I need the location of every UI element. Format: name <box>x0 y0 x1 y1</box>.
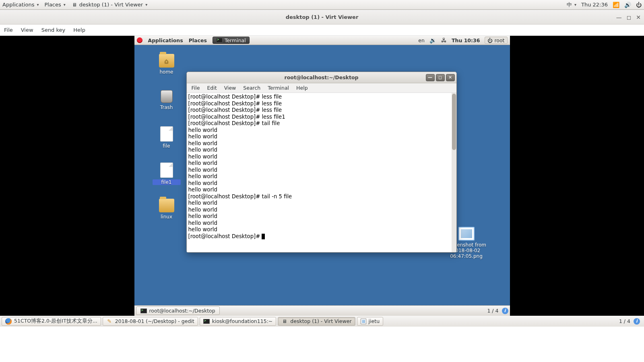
terminal-menu-file[interactable]: File <box>192 85 200 91</box>
guest-user-menu[interactable]: ⏻ root <box>485 37 507 44</box>
guest-network-icon[interactable]: 🖧 <box>441 37 447 43</box>
terminal-menu-help[interactable]: Help <box>296 85 308 91</box>
host-task-jietu[interactable]: jietu <box>357 317 383 326</box>
scrollbar-thumb[interactable] <box>452 94 456 150</box>
vm-stage: Applications Places Terminal en 🔉 🖧 Thu … <box>0 36 644 316</box>
host-workspace-indicator[interactable]: 1 / 4 <box>619 318 630 324</box>
volume-icon[interactable]: 🔊 <box>624 2 631 8</box>
terminal-menubar: File Edit View Search Terminal Help <box>187 83 456 93</box>
terminal-icon <box>140 309 147 313</box>
folder-icon <box>159 199 174 212</box>
window-minimize-button[interactable]: — <box>616 14 622 21</box>
monitor-icon: 🖥 <box>71 2 78 8</box>
host-places-menu[interactable]: Places <box>44 2 65 8</box>
terminal-title: root@localhost:~/Desktop <box>285 74 359 80</box>
document-icon <box>160 162 173 178</box>
host-task-virtviewer[interactable]: 🖥 desktop (1) - Virt Viewer <box>278 317 355 326</box>
firefox-icon <box>5 318 12 325</box>
host-top-panel: Applications Places 🖥 desktop (1) - Virt… <box>0 0 644 10</box>
desktop-icon-trash[interactable]: Trash <box>153 90 181 110</box>
redhat-icon <box>137 37 142 43</box>
window-close-button[interactable]: ✕ <box>636 14 641 21</box>
desktop-icon-home[interactable]: home <box>153 54 181 75</box>
terminal-output: [root@localhost Desktop]# less file [roo… <box>187 93 456 241</box>
terminal-window[interactable]: root@localhost:~/Desktop — ◻ ✕ File Edit… <box>186 72 457 253</box>
guest-taskbar-terminal[interactable]: Terminal <box>213 37 250 44</box>
host-task-terminal[interactable]: kiosk@foundation115:~ <box>200 317 277 326</box>
window-maximize-button[interactable]: ◻ <box>627 14 632 21</box>
virt-menu-file[interactable]: File <box>4 27 13 33</box>
host-task-browser[interactable]: 51CTO博客2.0-原创IT技术文章分... <box>2 317 101 326</box>
desktop-icon-linux[interactable]: linux <box>153 199 181 220</box>
virt-menu-sendkey[interactable]: Send key <box>41 27 66 33</box>
power-small-icon: ⏻ <box>487 37 493 43</box>
terminal-body[interactable]: [root@localhost Desktop]# less file [roo… <box>187 93 456 252</box>
monitor-icon: 🖥 <box>281 318 288 325</box>
virt-viewer-window: desktop (1) - Virt Viewer — ◻ ✕ File Vie… <box>0 10 644 315</box>
terminal-minimize-button[interactable]: — <box>426 74 435 81</box>
terminal-icon <box>216 38 223 43</box>
desktop-icon-file1[interactable]: file1 <box>153 162 181 185</box>
host-bottom-panel: 51CTO博客2.0-原创IT技术文章分... 2018-08-01 (~/De… <box>0 315 644 327</box>
document-icon <box>160 126 173 142</box>
desktop-icon-file[interactable]: file <box>153 126 181 149</box>
guest-volume-icon[interactable]: 🔉 <box>429 37 436 43</box>
terminal-menu-view[interactable]: View <box>224 85 236 91</box>
ime-indicator[interactable]: 中 <box>567 1 576 8</box>
terminal-menu-search[interactable]: Search <box>243 85 260 91</box>
vm-screen[interactable]: Applications Places Terminal en 🔉 🖧 Thu … <box>134 36 510 316</box>
terminal-menu-terminal[interactable]: Terminal <box>268 85 289 91</box>
host-clock[interactable]: Thu 22:36 <box>581 2 608 8</box>
power-icon[interactable]: ⏻ <box>636 2 642 8</box>
virt-menu-help[interactable]: Help <box>73 27 85 33</box>
image-icon <box>361 319 366 324</box>
guest-lang-indicator[interactable]: en <box>418 37 425 43</box>
guest-applications-menu[interactable]: Applications <box>148 37 183 43</box>
guest-clock[interactable]: Thu 10:36 <box>452 37 480 43</box>
gedit-icon <box>106 318 113 325</box>
host-notification-icon[interactable]: i <box>634 318 640 325</box>
guest-task-terminal[interactable]: root@localhost:~/Desktop <box>136 306 220 315</box>
terminal-menu-edit[interactable]: Edit <box>207 85 217 91</box>
host-active-window-menu[interactable]: 🖥 desktop (1) - Virt Viewer <box>71 2 147 8</box>
host-task-gedit[interactable]: 2018-08-01 (~/Desktop) - gedit <box>103 317 198 326</box>
virt-title: desktop (1) - Virt Viewer <box>286 14 359 20</box>
folder-home-icon <box>159 54 174 68</box>
terminal-close-button[interactable]: ✕ <box>446 74 455 81</box>
virt-titlebar: desktop (1) - Virt Viewer — ◻ ✕ <box>0 10 644 25</box>
virt-menubar: File View Send key Help <box>0 25 644 36</box>
terminal-cursor <box>262 234 265 239</box>
terminal-titlebar[interactable]: root@localhost:~/Desktop — ◻ ✕ <box>187 72 456 83</box>
host-applications-menu[interactable]: Applications <box>2 2 39 8</box>
virt-menu-view[interactable]: View <box>21 27 33 33</box>
guest-places-menu[interactable]: Places <box>189 37 207 43</box>
image-file-icon <box>458 227 475 241</box>
terminal-maximize-button[interactable]: ◻ <box>436 74 445 81</box>
trash-icon <box>161 90 173 103</box>
guest-workspace-indicator[interactable]: 1 / 4 <box>487 308 498 314</box>
terminal-icon <box>203 319 210 324</box>
guest-notification-icon[interactable]: i <box>502 308 508 314</box>
terminal-scrollbar[interactable] <box>452 93 456 252</box>
guest-bottom-panel: root@localhost:~/Desktop 1 / 4 i <box>134 305 510 316</box>
wifi-icon[interactable]: 📶 <box>613 2 619 8</box>
guest-top-panel: Applications Places Terminal en 🔉 🖧 Thu … <box>134 36 510 45</box>
